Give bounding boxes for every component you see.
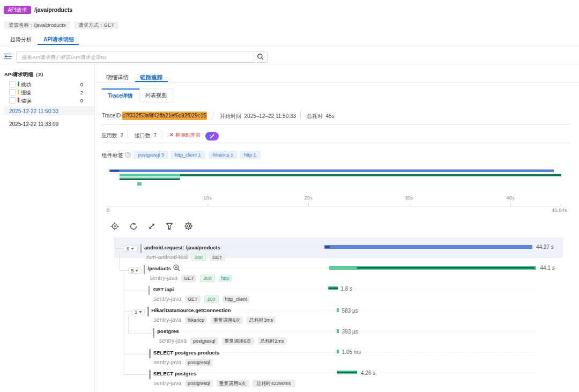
svg-text:?: ? bbox=[127, 153, 129, 157]
